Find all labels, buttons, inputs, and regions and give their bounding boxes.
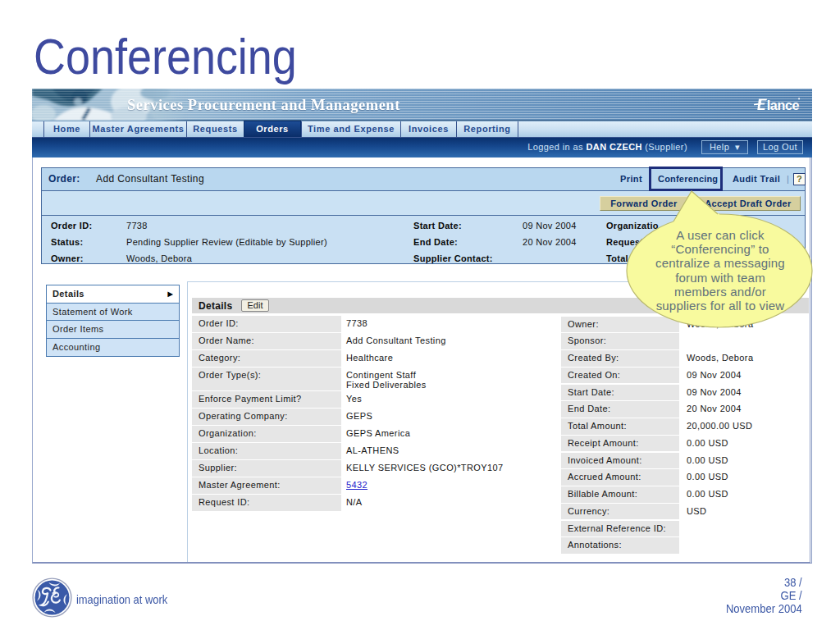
svg-text:lance: lance (767, 98, 800, 112)
